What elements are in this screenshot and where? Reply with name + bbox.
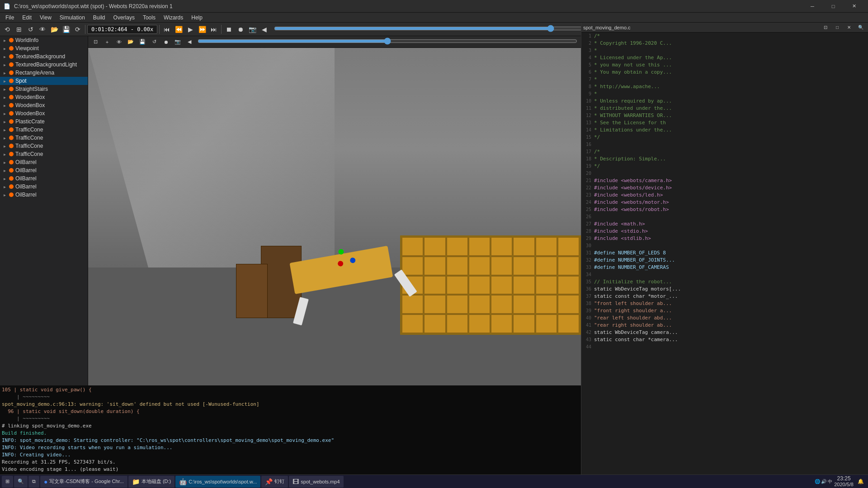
vt-screenshot-button[interactable]: 📷 xyxy=(172,37,183,47)
code-line-44: 44 xyxy=(581,343,868,351)
search-button[interactable]: 🔍 xyxy=(14,476,28,488)
tree-item-woodenbox[interactable]: ▸ WoodenBox xyxy=(0,93,88,101)
taskbar-webots[interactable]: 🤖 C:\ros_ws\spot\worlds\spot.w... xyxy=(175,476,260,488)
start-button[interactable]: ⊞ xyxy=(2,476,13,488)
menu-item-wizards[interactable]: Wizards xyxy=(160,14,187,22)
tree-item-worldinfo[interactable]: ▸ WorldInfo xyxy=(0,36,88,44)
tree-item-trafficcone[interactable]: ▸ TrafficCone xyxy=(0,126,88,134)
tree-item-viewpoint[interactable]: ▸ Viewpoint xyxy=(0,44,88,52)
menu-item-tools[interactable]: Tools xyxy=(139,14,159,22)
menu-item-help[interactable]: Help xyxy=(188,14,206,22)
vt-speed-slider[interactable] xyxy=(198,38,577,45)
taskbar-right: 🌐 🔊 中 23:25 2020/5/8 🔔 xyxy=(815,475,866,488)
tree-item-texturedbackground[interactable]: ▸ TexturedBackground xyxy=(0,52,88,61)
task-view-button[interactable]: ⧉ xyxy=(28,476,39,488)
line-number: 30 xyxy=(581,242,594,249)
vt-restore-button[interactable]: ⊡ xyxy=(90,37,101,47)
save-button[interactable]: 💾 xyxy=(61,24,71,35)
vt-prev-button[interactable]: ◀ xyxy=(184,37,195,47)
line-number: 5 xyxy=(581,61,594,69)
code-content[interactable]: 1 /* 2 * Copyright 1996-2020 C... 3 * 4 … xyxy=(581,33,868,474)
taskbar-video[interactable]: 🎞 spot_webots.mp4 xyxy=(289,476,343,488)
menu-item-edit[interactable]: Edit xyxy=(19,14,35,22)
separator xyxy=(85,25,85,34)
taskbar-clock[interactable]: 23:25 2020/5/8 xyxy=(834,475,854,488)
rewind-to-start-button[interactable]: ⏮ xyxy=(161,24,172,35)
tree-item-woodenbox[interactable]: ▸ WoodenBox xyxy=(0,101,88,109)
screenshot-button[interactable]: 📷 xyxy=(247,24,258,35)
vt-open-button[interactable]: 📂 xyxy=(125,37,136,47)
rewind-button[interactable]: ⏪ xyxy=(173,24,184,35)
taskbar-chrome[interactable]: ● 写文章-CSDN博客 - Google Chr... xyxy=(40,476,127,488)
taskbar-explorer[interactable]: 📁 本地磁盘 (D:) xyxy=(128,476,175,488)
tree-arrow: ▸ xyxy=(4,127,9,132)
line-text: * xyxy=(594,47,597,54)
record-button[interactable]: ⏺ xyxy=(235,24,246,35)
console-line: | ~~~~~~~~~ xyxy=(2,394,579,401)
menu-item-overlays[interactable]: Overlays xyxy=(110,14,138,22)
line-text: // Initialize the robot... xyxy=(594,278,672,286)
reset-button[interactable]: ⟲ xyxy=(2,24,13,35)
line-text: * http://www.apache... xyxy=(594,83,660,90)
tree-item-trafficcone[interactable]: ▸ TrafficCone xyxy=(0,134,88,142)
tree-item-oilbarrel[interactable]: ▸ OilBarrel xyxy=(0,166,88,174)
tree-item-oilbarrel[interactable]: ▸ OilBarrel xyxy=(0,174,88,183)
code-filename: spot_moving_demo.c xyxy=(583,25,631,30)
tree-item-plasticcrate[interactable]: ▸ PlasticCrate xyxy=(0,117,88,126)
prev-view-button[interactable]: ◀ xyxy=(259,24,269,35)
notifications-button[interactable]: 🔔 xyxy=(855,476,866,487)
code-line-34: 34 xyxy=(581,271,868,278)
tree-item-trafficcone[interactable]: ▸ TrafficCone xyxy=(0,150,88,158)
console-content[interactable]: 105 | static void give_paw() { | ~~~~~~~… xyxy=(0,385,581,474)
menu-item-file[interactable]: File xyxy=(2,14,18,22)
tree-item-oilbarrel[interactable]: ▸ OilBarrel xyxy=(0,158,88,166)
close-button[interactable]: ✕ xyxy=(844,0,864,13)
vt-add-button[interactable]: + xyxy=(102,37,113,47)
tree-item-oilbarrel[interactable]: ▸ OilBarrel xyxy=(0,191,88,199)
code-line-43: 43 static const char *camera... xyxy=(581,336,868,343)
code-restore-btn[interactable]: ⊡ xyxy=(820,22,831,33)
line-number: 21 xyxy=(581,177,594,184)
view-button[interactable]: 👁 xyxy=(37,24,48,35)
menu-item-simulation[interactable]: Simulation xyxy=(56,14,89,22)
vt-view-button[interactable]: 👁 xyxy=(113,37,124,47)
play-button[interactable]: ▶ xyxy=(185,24,196,35)
menu-item-view[interactable]: View xyxy=(36,14,55,22)
line-text: /* xyxy=(594,148,600,155)
tree-item-straightstairs[interactable]: ▸ StraightStairs xyxy=(0,85,88,93)
pallet-cell xyxy=(491,257,512,275)
code-line-1: 1 /* xyxy=(581,33,868,40)
tree-item-trafficcone[interactable]: ▸ TrafficCone xyxy=(0,142,88,150)
window-title: C:\ros_ws\spot\worlds\spot.wbt (spot) - … xyxy=(14,3,802,9)
tree-item-woodenbox[interactable]: ▸ WoodenBox xyxy=(0,109,88,117)
vt-reload-button[interactable]: ↺ xyxy=(149,37,160,47)
menu-item-build[interactable]: Build xyxy=(90,14,109,22)
maximize-button[interactable]: □ xyxy=(823,0,844,13)
code-search-btn[interactable]: 🔍 xyxy=(855,22,866,33)
pallet-cell xyxy=(536,257,557,275)
code-line-13: 13 * See the License for th xyxy=(581,119,868,127)
taskbar-dingding[interactable]: 📌 钉钉 xyxy=(261,476,288,488)
3d-viewport[interactable] xyxy=(88,48,581,385)
tree-item-rectanglearena[interactable]: ▸ RectangleArena xyxy=(0,69,88,77)
vt-record-button[interactable]: ⏺ xyxy=(160,37,171,47)
open-button[interactable]: 📂 xyxy=(49,24,60,35)
tree-item-spot[interactable]: ▸ Spot xyxy=(0,77,88,85)
tree-dot xyxy=(9,62,14,67)
stop-button[interactable]: ⏹ xyxy=(223,24,234,35)
step-button[interactable]: ⊞ xyxy=(14,24,24,35)
refresh-button[interactable]: ↺ xyxy=(25,24,36,35)
vt-save-button[interactable]: 💾 xyxy=(137,37,148,47)
fast-forward-button[interactable]: ⏩ xyxy=(197,24,208,35)
line-text: "front left shoulder ab... xyxy=(594,300,672,307)
tree-item-oilbarrel[interactable]: ▸ OilBarrel xyxy=(0,183,88,191)
line-number: 31 xyxy=(581,249,594,257)
tree-item-texturedbackgroundlight[interactable]: ▸ TexturedBackgroundLight xyxy=(0,61,88,69)
robot-leg-fl xyxy=(293,297,309,325)
pallet-cell xyxy=(558,237,579,256)
code-close-btn[interactable]: ✕ xyxy=(844,22,854,33)
fast-forward2-button[interactable]: ⏭ xyxy=(208,24,219,35)
reload-button[interactable]: ⟳ xyxy=(72,24,83,35)
minimize-button[interactable]: ─ xyxy=(802,0,823,13)
code-maximize-btn[interactable]: □ xyxy=(832,22,843,33)
